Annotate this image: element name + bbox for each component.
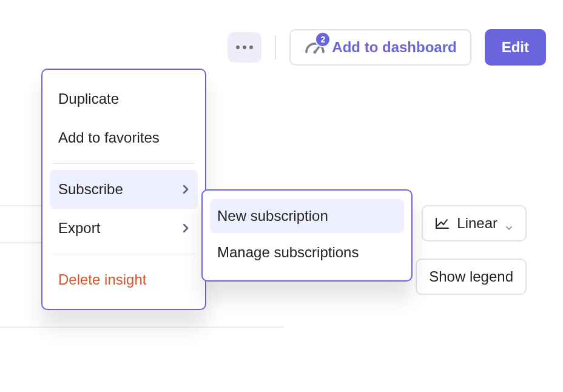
menu-item-favorites[interactable]: Add to favorites bbox=[42, 118, 205, 157]
edit-label: Edit bbox=[502, 39, 529, 56]
subscribe-submenu: New subscription Manage subscriptions bbox=[201, 189, 413, 282]
submenu-item-label: New subscription bbox=[217, 208, 328, 225]
vertical-divider bbox=[275, 35, 276, 59]
menu-separator bbox=[52, 163, 195, 164]
legend-label: Show legend bbox=[429, 268, 513, 285]
more-menu: Duplicate Add to favorites Subscribe Exp… bbox=[41, 69, 206, 310]
chevron-right-icon bbox=[182, 222, 189, 234]
menu-item-label: Subscribe bbox=[58, 181, 123, 198]
chart-options: Linear Show legend bbox=[416, 205, 527, 295]
menu-item-export[interactable]: Export bbox=[42, 209, 205, 248]
svg-point-0 bbox=[314, 51, 317, 54]
scale-label: Linear bbox=[457, 215, 497, 232]
menu-separator bbox=[52, 254, 195, 254]
chevron-down-icon bbox=[505, 219, 513, 228]
chevron-right-icon bbox=[182, 183, 189, 195]
ellipsis-icon bbox=[236, 46, 240, 49]
ellipsis-icon bbox=[243, 46, 246, 49]
toolbar: 2 Add to dashboard Edit bbox=[228, 29, 546, 66]
menu-item-label: Delete insight bbox=[58, 271, 146, 288]
submenu-item-label: Manage subscriptions bbox=[217, 244, 359, 261]
gauge-icon: 2 bbox=[304, 39, 326, 56]
dashboard-count-badge: 2 bbox=[315, 32, 331, 47]
legend-toggle[interactable]: Show legend bbox=[416, 259, 527, 295]
menu-item-duplicate[interactable]: Duplicate bbox=[42, 79, 205, 118]
menu-item-delete[interactable]: Delete insight bbox=[42, 260, 205, 299]
bg-divider bbox=[0, 326, 284, 328]
ellipsis-icon bbox=[249, 46, 253, 49]
scale-select[interactable]: Linear bbox=[422, 205, 527, 242]
edit-button[interactable]: Edit bbox=[485, 29, 546, 66]
menu-item-label: Add to favorites bbox=[58, 129, 160, 146]
menu-item-subscribe[interactable]: Subscribe bbox=[50, 170, 198, 209]
more-menu-button[interactable] bbox=[228, 32, 261, 63]
add-to-dashboard-label: Add to dashboard bbox=[332, 39, 456, 56]
menu-item-label: Duplicate bbox=[58, 90, 119, 107]
submenu-item-new-subscription[interactable]: New subscription bbox=[210, 199, 404, 233]
menu-item-label: Export bbox=[58, 220, 100, 237]
submenu-item-manage-subscriptions[interactable]: Manage subscriptions bbox=[203, 233, 411, 272]
line-chart-icon bbox=[435, 217, 450, 229]
add-to-dashboard-button[interactable]: 2 Add to dashboard bbox=[289, 29, 471, 66]
